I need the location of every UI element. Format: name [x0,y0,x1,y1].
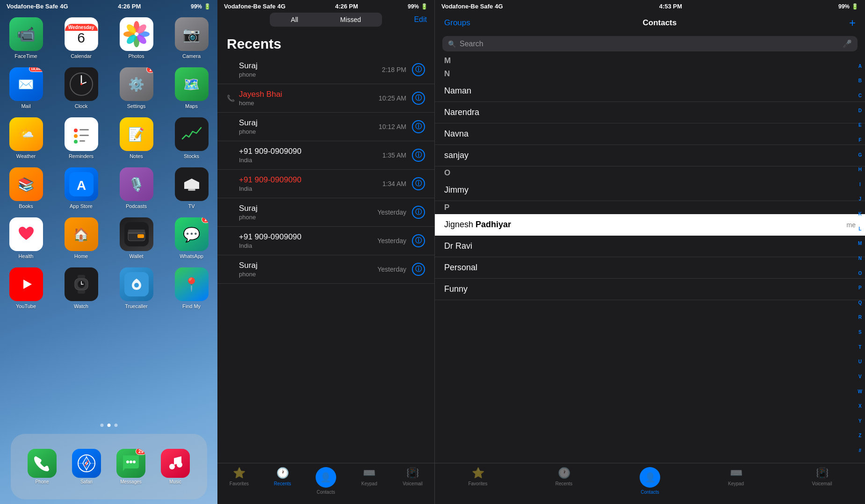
dock-safari[interactable]: Safari [72,449,101,484]
alpha-s[interactable]: S [858,330,862,335]
alpha-n[interactable]: N [858,256,862,261]
alpha-z[interactable]: Z [858,433,862,439]
phone-tab-favorites[interactable]: ⭐ Favorites [223,467,255,495]
app-books[interactable]: 📚 Books [3,167,50,209]
app-appstore[interactable]: A App Store [58,167,105,209]
contact-narendra[interactable]: Narendra [435,102,865,123]
app-clock[interactable]: Clock [58,67,105,109]
phone-tab-keypad[interactable]: ⌨️ Keypad [353,467,386,495]
alpha-r[interactable]: R [858,315,862,320]
contact-personal[interactable]: Personal [435,257,865,279]
app-reminders[interactable]: Reminders [58,117,105,159]
app-youtube[interactable]: YouTube [3,267,50,309]
contact-jimmy[interactable]: Jimmy [435,180,865,201]
phone-tab-contacts[interactable]: 👤 Contacts [310,467,342,495]
phone-tab-recents[interactable]: 🕐 Recents [266,467,299,495]
alpha-w[interactable]: W [858,389,862,395]
recent-item-4[interactable]: +91 909-0909090 India 1:34 AM ⓘ [217,170,434,198]
contact-jignesh-padhiyar[interactable]: Jignesh Padhiyar me [435,214,865,236]
app-truecaller[interactable]: Truecaller [113,267,160,309]
app-facetime[interactable]: 📹 FaceTime [3,17,50,59]
recent-item-5[interactable]: Suraj phone Yesterday ⓘ [217,198,434,227]
app-findmy[interactable]: 📍 Find My [168,267,215,309]
recent-item-1[interactable]: 📞 Jayesh Bhai home 10:25 AM ⓘ [217,84,434,113]
alpha-h[interactable]: H [858,167,862,173]
alpha-c[interactable]: C [858,93,862,99]
app-stocks[interactable]: Stocks [168,117,215,159]
app-camera[interactable]: 📷 Camera [168,17,215,59]
alpha-hash[interactable]: # [858,448,862,454]
app-podcasts[interactable]: 🎙️ Podcasts [113,167,160,209]
contact-sanjay[interactable]: sanjay [435,145,865,166]
contact-navna[interactable]: Navna [435,123,865,145]
add-contact-button[interactable]: + [849,16,856,29]
alpha-d[interactable]: D [858,108,862,114]
contact-funny[interactable]: Funny [435,279,865,300]
alpha-y[interactable]: Y [858,418,862,424]
app-weather[interactable]: 🌤️ Weather [3,117,50,159]
alpha-m[interactable]: M [858,241,862,246]
phone-tab-voicemail[interactable]: 📳 Voicemail [396,467,429,495]
dock-messages[interactable]: 29 Messages [116,449,145,484]
contacts-search-input[interactable] [460,40,839,48]
contact-naman[interactable]: Naman [435,80,865,102]
app-wallet[interactable]: Wallet [113,217,160,259]
recent-item-3[interactable]: +91 909-0909090 India 1:35 AM ⓘ [217,141,434,170]
groups-button[interactable]: Groups [444,18,470,28]
info-btn-5[interactable]: ⓘ [412,206,425,219]
tab-missed[interactable]: Missed [319,13,382,27]
info-btn-2[interactable]: ⓘ [412,120,425,133]
alpha-f[interactable]: F [858,137,862,143]
recent-item-0[interactable]: Suraj phone 2:18 PM ⓘ [217,56,434,84]
contacts-tab-keypad[interactable]: ⌨️ Keypad [720,467,752,495]
alpha-b[interactable]: B [858,78,862,84]
alpha-u[interactable]: U [858,359,862,365]
contacts-tab-favorites[interactable]: ⭐ Favorites [461,467,494,495]
status-bar-recents: Vodafone-Be Safe 4G 4:26 PM 99% 🔋 [217,0,434,13]
info-btn-1[interactable]: ⓘ [412,92,425,105]
recents-tab-pill[interactable]: All Missed [270,13,382,27]
info-btn-4[interactable]: ⓘ [412,177,425,190]
dock-phone[interactable]: Phone [28,449,57,484]
contact-dr-ravi[interactable]: Dr Ravi [435,236,865,257]
recent-item-2[interactable]: Suraj phone 10:12 AM ⓘ [217,113,434,141]
app-home[interactable]: 🏠 Home [58,217,105,259]
alpha-j[interactable]: J [858,196,862,202]
alpha-l[interactable]: L [858,226,862,232]
dock-music[interactable]: Music [161,449,190,484]
alpha-p[interactable]: P [858,285,862,291]
app-health[interactable]: Health [3,217,50,259]
contacts-tab-recents[interactable]: 🕐 Recents [548,467,580,495]
alpha-t[interactable]: T [858,345,862,350]
app-maps[interactable]: 🗺️ Maps [168,67,215,109]
app-notes[interactable]: 📝 Notes [113,117,160,159]
app-calendar[interactable]: Wednesday 6 Calendar [58,17,105,59]
alpha-o[interactable]: O [858,271,862,276]
alpha-i[interactable]: I [858,182,862,187]
alpha-e[interactable]: E [858,122,862,128]
app-settings[interactable]: ⚙️ 1 Settings [113,67,160,109]
app-photos[interactable]: Photos [113,17,160,59]
info-btn-3[interactable]: ⓘ [412,149,425,162]
recent-item-6[interactable]: +91 909-0909090 India Yesterday ⓘ [217,227,434,255]
info-btn-6[interactable]: ⓘ [412,234,425,247]
app-whatsapp[interactable]: 💬 1 WhatsApp [168,217,215,259]
app-watch[interactable]: Watch [58,267,105,309]
alpha-a[interactable]: A [858,64,862,69]
info-btn-7[interactable]: ⓘ [412,263,425,276]
tab-all[interactable]: All [270,13,319,27]
microphone-icon[interactable]: 🎤 [843,39,852,48]
alpha-v[interactable]: V [858,374,862,380]
app-mail[interactable]: ✉️ 18,693 Mail [3,67,50,109]
recent-item-7[interactable]: Suraj phone Yesterday ⓘ [217,255,434,284]
alpha-g[interactable]: G [858,152,862,158]
contacts-tab-voicemail[interactable]: 📳 Voicemail [806,467,838,495]
edit-button[interactable]: Edit [414,15,427,24]
app-tv[interactable]: TV [168,167,215,209]
info-btn-0[interactable]: ⓘ [412,63,425,76]
alpha-k[interactable]: K [858,211,862,217]
contacts-search-bar[interactable]: 🔍 🎤 [442,36,858,51]
alpha-q[interactable]: Q [858,300,862,306]
contacts-tab-contacts[interactable]: 👤 Contacts [634,467,666,495]
alpha-x[interactable]: X [858,403,862,409]
